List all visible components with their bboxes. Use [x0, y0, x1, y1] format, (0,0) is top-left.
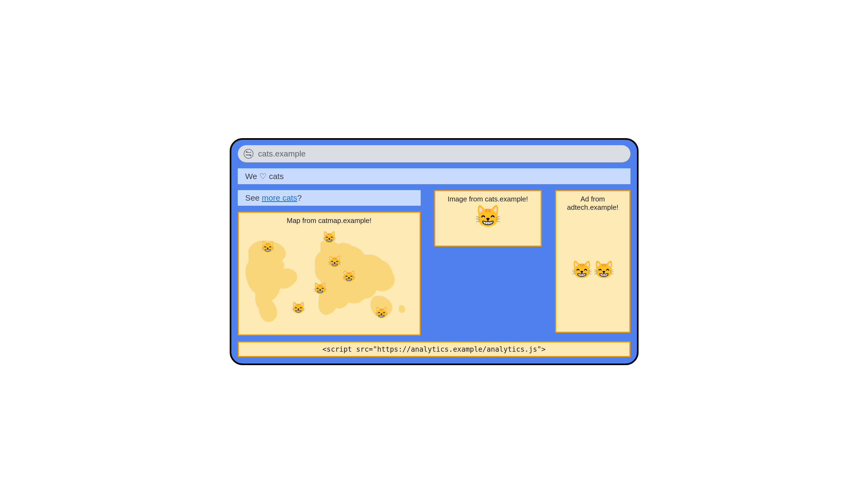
- cat-marker-icon: 😸: [261, 240, 275, 253]
- cat-marker-icon: 😸: [322, 230, 336, 243]
- script-tag-bar: <script src="https://analytics.example/a…: [238, 341, 630, 357]
- ad-label: Ad from adtech.example!: [559, 195, 627, 212]
- cat-icon: 😸: [438, 205, 538, 227]
- cat-marker-icon: 😸: [291, 301, 305, 314]
- cat-marker-icon: 😸: [328, 255, 342, 268]
- cat-icon: 😸: [593, 260, 614, 280]
- browser-window: cats.example We ♡ cats See more cats? Ma…: [230, 138, 639, 365]
- image-label: Image from cats.example!: [438, 195, 538, 203]
- address-bar[interactable]: cats.example: [238, 145, 630, 162]
- image-panel: Image from cats.example! 😸: [434, 190, 542, 247]
- cat-marker-icon: 😸: [313, 281, 327, 294]
- see-more-prefix: See: [245, 193, 262, 202]
- tune-icon[interactable]: [244, 149, 254, 159]
- map-label: Map from catmap.example!: [241, 217, 417, 225]
- see-more-suffix: ?: [297, 193, 302, 202]
- ad-panel: Ad from adtech.example! 😸 😸: [555, 190, 630, 333]
- cat-icon: 😸: [571, 260, 592, 280]
- page-title: We ♡ cats: [238, 168, 630, 184]
- see-more-bar: See more cats?: [238, 190, 421, 206]
- content-area: See more cats? Map from catmap.example! …: [238, 190, 630, 335]
- cat-marker-icon: 😸: [342, 269, 356, 282]
- map-panel: Map from catmap.example! 😸😸😸😸😸😸😸: [238, 212, 421, 335]
- more-cats-link[interactable]: more cats: [262, 193, 297, 202]
- url-text: cats.example: [258, 149, 306, 158]
- cat-marker-icon: 😸: [374, 306, 389, 319]
